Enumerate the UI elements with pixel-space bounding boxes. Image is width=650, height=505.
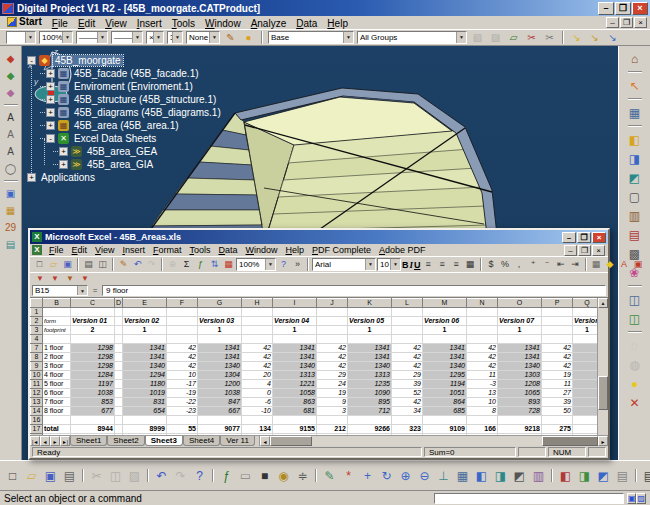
comment-icon[interactable]: ▭ xyxy=(237,467,254,485)
tree-item-excel-data-sheets[interactable]: -✕Excel Data Sheets xyxy=(27,132,223,145)
cell-K18[interactable] xyxy=(348,434,392,436)
line-color-combo[interactable]: ▼ xyxy=(6,31,36,44)
printer-small-icon[interactable]: ▤ xyxy=(641,467,650,485)
display-icon[interactable]: ■ xyxy=(256,467,273,485)
excel-mdi-close-button[interactable]: × xyxy=(592,245,605,256)
cell-I17[interactable]: 9155 xyxy=(273,425,317,434)
cell-N12[interactable]: 13 xyxy=(467,389,498,398)
cell-F3[interactable] xyxy=(167,326,198,335)
merge-center-icon[interactable]: ▦ xyxy=(464,258,477,271)
cell-L11[interactable]: 39 xyxy=(392,380,423,389)
cell-C4[interactable] xyxy=(71,335,115,344)
cell-F10[interactable]: 10 xyxy=(167,371,198,380)
groups-combo-arrow-icon[interactable]: ▼ xyxy=(456,32,466,43)
tree-item-45b-area-45b-area-1-[interactable]: +▦45B_area (45B_area.1) xyxy=(27,119,223,132)
cell-L8[interactable]: 42 xyxy=(392,353,423,362)
cell-H8[interactable]: 42 xyxy=(242,353,273,362)
cell-O17[interactable]: 9218 xyxy=(498,425,542,434)
cell-C12[interactable]: 1038 xyxy=(71,389,115,398)
cell-M16[interactable] xyxy=(423,416,467,425)
show-bulb-icon[interactable]: ● xyxy=(625,375,644,392)
worksheet-grid[interactable]: BCDEFGHIJKLMNOPQ12formVersion 01Version … xyxy=(30,297,608,435)
cell-D13[interactable] xyxy=(115,398,123,407)
tree-item-45b-facade-45b-facade-1-[interactable]: +▦45B_facade (45B_facade.1) xyxy=(27,67,223,80)
excel-menu-insert[interactable]: Insert xyxy=(118,245,149,255)
measure-item-icon[interactable]: ▦ xyxy=(3,203,18,218)
cell-O10[interactable]: 1303 xyxy=(498,371,542,380)
cell-O18[interactable] xyxy=(498,434,542,436)
font-color-icon[interactable]: A xyxy=(618,258,631,271)
cell-P10[interactable]: 19 xyxy=(542,371,573,380)
cell-C8[interactable]: 1298 xyxy=(71,353,115,362)
cell-P7[interactable]: 42 xyxy=(542,344,573,353)
blue-part-icon[interactable]: ◩ xyxy=(595,467,612,485)
cell-F16[interactable] xyxy=(167,416,198,425)
cell-L17[interactable]: 323 xyxy=(392,425,423,434)
cell-G1[interactable] xyxy=(198,308,242,317)
cell-B9[interactable]: 3 floor xyxy=(43,362,71,371)
sheet-tab-sheet1[interactable]: Sheet1 xyxy=(70,436,107,446)
cell-P13[interactable]: 39 xyxy=(542,398,573,407)
cell-N14[interactable]: 8 xyxy=(467,407,498,416)
row-header-13[interactable]: 13 xyxy=(31,398,43,407)
cell-P4[interactable] xyxy=(542,335,573,344)
cell-F17[interactable]: 55 xyxy=(167,425,198,434)
zoom-combo-arrow-icon[interactable]: ▼ xyxy=(62,32,72,43)
cell-M7[interactable]: 1341 xyxy=(423,344,467,353)
cell-I16[interactable] xyxy=(273,416,317,425)
sheet-tab-sheet2[interactable]: Sheet2 xyxy=(107,436,144,446)
save-icon[interactable]: ▣ xyxy=(61,258,74,271)
tree-item-45b-moorgate[interactable]: -◆45B_moorgate xyxy=(27,54,223,67)
column-header-O[interactable]: O xyxy=(498,299,542,308)
cell-N8[interactable]: 42 xyxy=(467,353,498,362)
sheet-tab-ver-11[interactable]: Ver 11 xyxy=(220,436,255,446)
column-header-N[interactable]: N xyxy=(467,299,498,308)
cell-N9[interactable]: 42 xyxy=(467,362,498,371)
cell-L13[interactable]: 42 xyxy=(392,398,423,407)
column-header-F[interactable]: F xyxy=(167,299,198,308)
cell-E17[interactable]: 8999 xyxy=(123,425,167,434)
cell-E11[interactable]: 1180 xyxy=(123,380,167,389)
command-input[interactable] xyxy=(434,493,624,504)
cell-G17[interactable]: 9077 xyxy=(198,425,242,434)
cell-P1[interactable] xyxy=(542,308,573,317)
groups-combo[interactable]: All Groups▼ xyxy=(357,31,467,44)
point-symbol-combo-arrow-icon[interactable]: ▼ xyxy=(153,32,163,43)
cell-K13[interactable]: 895 xyxy=(348,398,392,407)
cell-I3[interactable]: 1 xyxy=(273,326,317,335)
cell-D18[interactable] xyxy=(115,434,123,436)
cell-K1[interactable] xyxy=(348,308,392,317)
cell-F14[interactable]: -23 xyxy=(167,407,198,416)
cell-O8[interactable]: 1341 xyxy=(498,353,542,362)
column-header-M[interactable]: M xyxy=(423,299,467,308)
cell-E12[interactable]: 1019 xyxy=(123,389,167,398)
cell-J1[interactable] xyxy=(317,308,348,317)
surface-red-icon[interactable]: ◆ xyxy=(3,51,18,66)
cell-I18[interactable] xyxy=(273,434,317,436)
cell-N13[interactable]: 10 xyxy=(467,398,498,407)
catalog-teal-icon[interactable]: ◩ xyxy=(625,169,644,186)
fly-mode-icon[interactable]: ✎ xyxy=(321,467,338,485)
thickness-combo[interactable]: 3▼ xyxy=(167,31,183,44)
cell-B1[interactable] xyxy=(43,308,71,317)
cell-N2[interactable] xyxy=(467,317,498,326)
axis-x-icon[interactable]: ↘ xyxy=(569,30,584,45)
column-header-J[interactable]: J xyxy=(317,299,348,308)
tree-expander-icon[interactable]: - xyxy=(46,134,55,143)
cell-I12[interactable]: 1058 xyxy=(273,389,317,398)
cell-G9[interactable]: 1340 xyxy=(198,362,242,371)
app-menu-insert[interactable]: Insert xyxy=(132,18,167,29)
cell-F8[interactable]: 42 xyxy=(167,353,198,362)
cell-L2[interactable] xyxy=(392,317,423,326)
cell-D7[interactable] xyxy=(115,344,123,353)
cell-N11[interactable]: -3 xyxy=(467,380,498,389)
cell-F11[interactable]: -17 xyxy=(167,380,198,389)
increase-indent-icon[interactable]: ⇥ xyxy=(569,258,582,271)
cell-C13[interactable]: 853 xyxy=(71,398,115,407)
tree-item-45b-diagrams-45b-diagrams-1-[interactable]: +▦45B_diagrams (45B_diagrams.1) xyxy=(27,106,223,119)
select-pointer-icon[interactable]: ↖ xyxy=(625,77,644,94)
column-header-C[interactable]: C xyxy=(71,299,115,308)
cell-O3[interactable]: 1 xyxy=(498,326,542,335)
row-header-12[interactable]: 12 xyxy=(31,389,43,398)
print-icon[interactable]: ▤ xyxy=(61,467,78,485)
